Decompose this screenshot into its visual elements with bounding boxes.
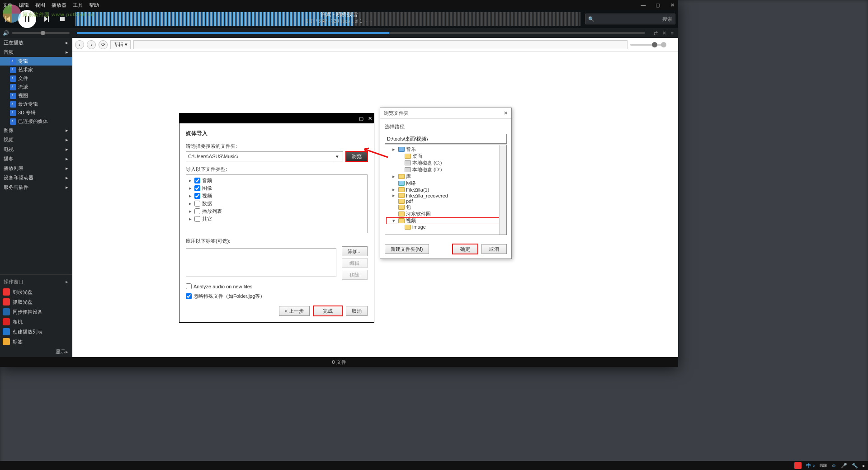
analyze-checkbox[interactable] <box>186 283 192 289</box>
playlist-icon[interactable]: ≡ <box>671 30 674 36</box>
ignore-checkbox[interactable] <box>186 293 192 299</box>
tree-node[interactable]: ▸FileZilla_recovered <box>386 193 505 198</box>
tree-node[interactable]: 本地磁盘 (D:) <box>386 166 505 173</box>
sidebar-item[interactable]: 流派 <box>0 83 72 91</box>
sidebar-cat[interactable]: 图像▸ <box>0 126 72 135</box>
type-checkbox[interactable] <box>194 208 200 214</box>
tree-node[interactable]: 网络 <box>386 180 505 187</box>
menu-file[interactable]: 文件 <box>3 2 13 9</box>
type-row[interactable]: ▸ 视频 <box>188 192 365 200</box>
tray-keyboard-icon[interactable]: ⌨ <box>820 463 827 469</box>
finish-button[interactable]: 完成 <box>313 306 342 316</box>
dialog-close-icon[interactable]: ✕ <box>368 116 372 122</box>
tree-node[interactable]: ▸音乐 <box>386 146 505 153</box>
sidebar-item[interactable]: 艺术家 <box>0 66 72 74</box>
breadcrumb-album[interactable]: 专辑 ▾ <box>110 40 131 49</box>
tags-list[interactable] <box>186 248 336 277</box>
sidebar-item[interactable]: 3D 专辑 <box>0 108 72 117</box>
browse-path-input[interactable] <box>385 134 507 144</box>
close-icon[interactable]: ✕ <box>669 2 675 8</box>
chevron-down-icon[interactable]: ▾ <box>333 154 341 160</box>
repeat-icon[interactable]: ⇄ <box>654 30 658 36</box>
tray-ime-icon[interactable] <box>794 462 802 469</box>
action-item[interactable]: 标签 <box>0 337 72 347</box>
new-folder-button[interactable]: 新建文件夹(M) <box>385 244 429 254</box>
waveform[interactable] <box>75 12 580 26</box>
tree-node[interactable]: pdf <box>386 198 505 204</box>
action-item[interactable]: 刻录光盘 <box>0 287 72 297</box>
sidebar-item[interactable]: 已连接的媒体 <box>0 117 72 126</box>
type-checkbox[interactable] <box>194 216 200 222</box>
type-row[interactable]: ▸ 其它 <box>188 215 365 223</box>
sidebar-cat[interactable]: 播客▸ <box>0 154 72 164</box>
type-row[interactable]: ▸ 图像 <box>188 184 365 192</box>
tree-node[interactable]: ▸库 <box>386 173 505 180</box>
folder-tree[interactable]: ▸音乐桌面本地磁盘 (C:)本地磁盘 (D:)▸库网络▸FileZilla(1)… <box>385 145 507 235</box>
refresh-button[interactable]: ⟳ <box>99 40 108 49</box>
action-item[interactable]: 创建播放列表 <box>0 327 72 337</box>
browse-close-icon[interactable]: ✕ <box>504 110 508 116</box>
scrollbar[interactable] <box>499 145 506 235</box>
maximize-icon[interactable]: ▢ <box>655 2 661 8</box>
back-button[interactable]: ‹ <box>75 40 84 49</box>
breadcrumb-path[interactable] <box>133 40 627 49</box>
sidebar-cat[interactable]: 服务与插件▸ <box>0 183 72 192</box>
menu-help[interactable]: 帮助 <box>89 2 99 9</box>
sidebar-item[interactable]: 视图 <box>0 91 72 100</box>
cancel-button[interactable]: 取消 <box>346 306 368 316</box>
sidebar-cat[interactable]: 设备和驱动器▸ <box>0 173 72 183</box>
path-input[interactable]: C:\Users\ASUS\Music\▾ <box>186 151 343 161</box>
dialog-maximize-icon[interactable]: ▢ <box>359 116 363 122</box>
tray-smile-icon[interactable]: ☺ <box>831 463 836 468</box>
zoom-slider[interactable] <box>630 44 666 46</box>
browse-cancel-button[interactable]: 取消 <box>481 244 507 254</box>
search-input[interactable]: 🔍 搜索 <box>585 14 675 24</box>
type-row[interactable]: ▸ 数据 <box>188 200 365 207</box>
sidebar-item[interactable]: 文件 <box>0 74 72 83</box>
tree-node[interactable]: 河东软件园 <box>386 211 505 217</box>
tree-node[interactable]: 本地磁盘 (C:) <box>386 160 505 166</box>
sidebar-footer[interactable]: 显示 ▸ <box>0 347 72 357</box>
type-row[interactable]: ▸ 播放列表 <box>188 207 365 215</box>
tray-wrench-icon[interactable]: 🔧 <box>852 463 858 469</box>
seek-bar[interactable] <box>77 32 645 34</box>
sidebar-cat[interactable]: 播放列表▸ <box>0 164 72 173</box>
menu-tools[interactable]: 工具 <box>73 2 83 9</box>
sidebar-cat[interactable]: 音频▸ <box>0 47 72 57</box>
ok-button[interactable]: 确定 <box>453 244 478 254</box>
tray-mic-icon[interactable]: 🎤 <box>841 463 847 469</box>
prev-button[interactable]: < 上一步 <box>279 306 310 316</box>
tree-node[interactable]: 包 <box>386 204 505 211</box>
minimize-icon[interactable]: — <box>640 2 646 8</box>
type-checkbox[interactable] <box>194 193 200 199</box>
menu-view[interactable]: 视图 <box>35 2 45 9</box>
stop-button[interactable] <box>54 11 71 27</box>
prev-track-button[interactable] <box>0 11 16 27</box>
action-item[interactable]: 抓取光盘 <box>0 297 72 307</box>
type-checkbox[interactable] <box>194 185 200 191</box>
sidebar-cat[interactable]: 正在播放▸ <box>0 38 72 47</box>
action-item[interactable]: 同步便携设备 <box>0 307 72 317</box>
type-checkbox[interactable] <box>194 201 200 207</box>
forward-button[interactable]: › <box>87 40 96 49</box>
tree-node[interactable]: ▸FileZilla(1) <box>386 187 505 193</box>
volume-control[interactable]: 🔊 <box>0 30 72 36</box>
action-item[interactable]: 相机 <box>0 317 72 327</box>
sidebar-cat[interactable]: 视频▸ <box>0 135 72 145</box>
tray-chevron-icon[interactable]: ▸ <box>863 463 865 469</box>
type-row[interactable]: ▸ 音频 <box>188 177 365 184</box>
menu-edit[interactable]: 编辑 <box>19 2 29 9</box>
sidebar-cat[interactable]: 电视▸ <box>0 145 72 154</box>
tree-node[interactable]: image <box>386 224 505 230</box>
sidebar-item[interactable]: 专辑 <box>0 57 72 66</box>
tray-lang[interactable]: 中 ♪ <box>806 462 815 469</box>
tree-node[interactable]: ▾视频 <box>386 217 505 224</box>
tree-node[interactable]: 桌面 <box>386 153 505 160</box>
play-pause-button[interactable] <box>18 10 36 28</box>
type-checkbox[interactable] <box>194 178 200 183</box>
sidebar-item[interactable]: 最近专辑 <box>0 100 72 108</box>
browse-button[interactable]: 浏览 <box>346 151 368 161</box>
menu-player[interactable]: 播放器 <box>52 2 66 9</box>
next-track-button[interactable] <box>38 11 54 27</box>
add-tag-button[interactable]: 添加... <box>342 246 368 256</box>
